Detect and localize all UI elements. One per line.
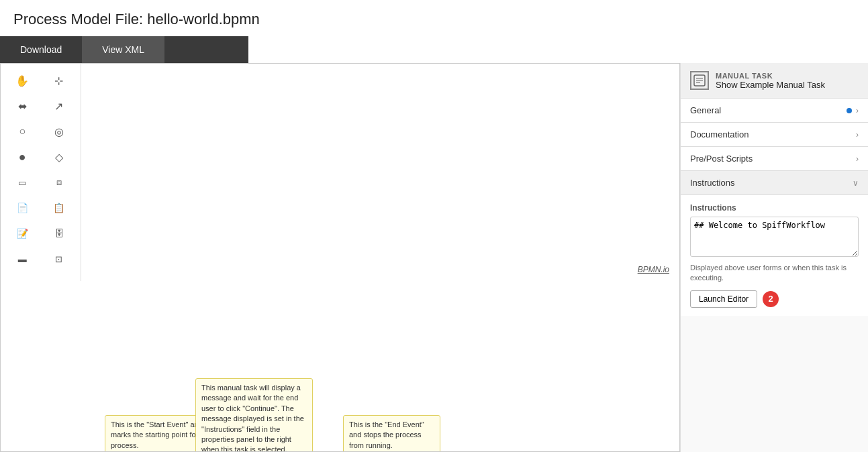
- panel-task-icon: [690, 71, 709, 90]
- panel-header-text: MANUAL TASK Show Example Manual Task: [716, 72, 825, 90]
- database-tool[interactable]: 🗄: [49, 223, 69, 243]
- doc-tool[interactable]: 📄: [12, 198, 32, 218]
- bpmn-io-watermark: BPMN.io: [638, 265, 669, 274]
- section-documentation[interactable]: Documentation ›: [681, 123, 868, 147]
- arrow-tool[interactable]: ↗: [49, 96, 69, 116]
- canvas-container: ✋ ⊹ ⬌ ↗ ○ ◎ ● ◇ ▭ ⧈ 📄 📋: [0, 63, 680, 452]
- circle-bold-tool[interactable]: ●: [12, 147, 32, 167]
- lasso2-tool[interactable]: ⊡: [49, 249, 69, 269]
- move-tool[interactable]: ⬌: [12, 96, 32, 116]
- section-instructions-label: Instructions: [690, 178, 734, 188]
- circle-ring-tool[interactable]: ◎: [49, 121, 69, 141]
- section-general-controls: ›: [847, 106, 859, 115]
- page-title: Process Model File: hello-world.bpmn: [0, 0, 868, 36]
- section-pre-post[interactable]: Pre/Post Scripts ›: [681, 147, 868, 171]
- main-area: ✋ ⊹ ⬌ ↗ ○ ◎ ● ◇ ▭ ⧈ 📄 📋: [0, 63, 868, 452]
- general-dot: [847, 108, 852, 113]
- documentation-chevron: ›: [856, 130, 859, 139]
- toolbar: ✋ ⊹ ⬌ ↗ ○ ◎ ● ◇ ▭ ⧈ 📄 📋: [1, 64, 81, 281]
- section-general[interactable]: General ›: [681, 99, 868, 123]
- badge-2: 2: [763, 291, 779, 307]
- callout-end: This is the "End Event" and stops the pr…: [343, 415, 440, 452]
- launch-editor-button[interactable]: Launch Editor: [690, 290, 757, 308]
- panel-type-label: MANUAL TASK: [716, 72, 825, 80]
- instructions-field-label: Instructions: [690, 203, 859, 213]
- section-instructions[interactable]: Instructions ∨: [681, 171, 868, 195]
- tab-download[interactable]: Download: [0, 36, 82, 63]
- instructions-textarea[interactable]: ## Welcome to SpiffWorkflow: [690, 217, 859, 257]
- tab-bar: Download View XML: [0, 36, 248, 63]
- hand-tool[interactable]: ✋: [12, 70, 32, 91]
- panel-name-label: Show Example Manual Task: [716, 80, 825, 90]
- instructions-chevron: ∨: [853, 178, 859, 188]
- circle-empty-tool[interactable]: ○: [12, 121, 32, 141]
- instructions-content: Instructions ## Welcome to SpiffWorkflow…: [681, 195, 868, 316]
- launch-editor-area: Launch Editor 2: [690, 290, 859, 308]
- section-pre-post-label: Pre/Post Scripts: [690, 154, 753, 164]
- right-panel: MANUAL TASK Show Example Manual Task Gen…: [680, 63, 868, 452]
- tab-view-xml[interactable]: View XML: [82, 36, 164, 63]
- diamond-tool[interactable]: ◇: [49, 147, 69, 167]
- callout-manual: This manual task will display a message …: [195, 378, 313, 452]
- instructions-hint: Displayed above user forms or when this …: [690, 263, 859, 284]
- lasso-tool[interactable]: ⊹: [49, 70, 69, 91]
- section-general-label: General: [690, 105, 721, 115]
- rect-thin-tool[interactable]: ▬: [12, 249, 32, 269]
- panel-header: MANUAL TASK Show Example Manual Task: [681, 63, 868, 99]
- rect-rounded-tool[interactable]: ▭: [12, 172, 32, 192]
- pre-post-chevron: ›: [856, 154, 859, 164]
- doc-gear-tool[interactable]: 📋: [49, 198, 69, 218]
- section-documentation-label: Documentation: [690, 129, 749, 139]
- general-chevron: ›: [856, 106, 859, 115]
- rect-sub-tool[interactable]: ⧈: [49, 172, 69, 192]
- doc-lines-tool[interactable]: 📝: [12, 223, 32, 243]
